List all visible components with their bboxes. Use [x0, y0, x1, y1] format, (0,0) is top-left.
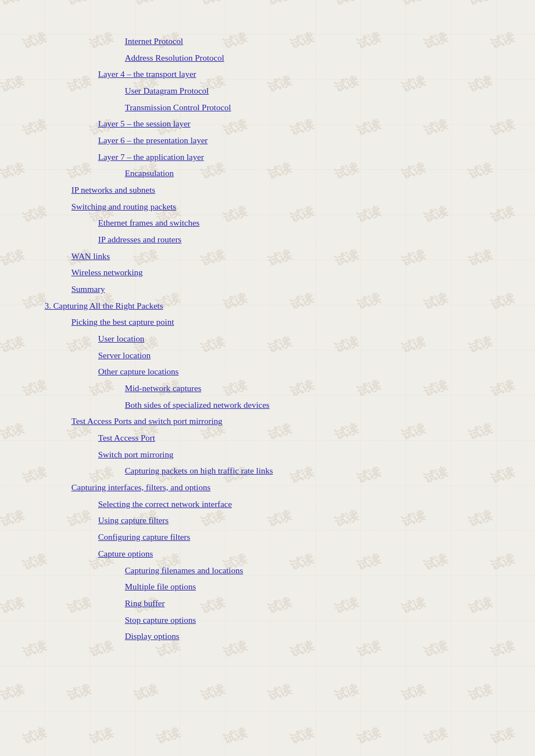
- watermark-tile: 试读: [421, 724, 450, 748]
- toc-link-layer4-transport[interactable]: Layer 4 – the transport layer: [98, 66, 490, 82]
- toc-link-test-access-ports-mirroring[interactable]: Test Access Ports and switch port mirror…: [71, 413, 490, 430]
- toc-link-layer6-presentation[interactable]: Layer 6 – the presentation layer: [98, 133, 490, 149]
- toc-line: Selecting the correct network interface: [45, 496, 490, 513]
- toc-line: Encapsulation: [45, 165, 490, 182]
- toc-line: Picking the best capture point: [45, 314, 490, 330]
- toc-line: Other capture locations: [45, 364, 490, 380]
- toc-line: Summary: [45, 281, 490, 297]
- toc-link-mid-network-captures[interactable]: Mid-network captures: [125, 381, 490, 397]
- toc-line: Layer 5 – the session layer: [45, 116, 490, 132]
- toc-line: IP networks and subnets: [45, 182, 490, 198]
- toc-line: Address Resolution Protocol: [45, 50, 490, 66]
- toc-link-wireless-networking[interactable]: Wireless networking: [71, 265, 490, 281]
- toc-line: Layer 7 – the application layer: [45, 149, 490, 165]
- toc-link-display-options[interactable]: Display options: [125, 628, 490, 645]
- toc-line: Mid-network captures: [45, 381, 490, 397]
- toc-link-using-capture-filters[interactable]: Using capture filters: [98, 513, 490, 529]
- toc-link-capturing-high-traffic[interactable]: Capturing packets on high traffic rate l…: [125, 463, 490, 479]
- toc-line: WAN links: [45, 248, 490, 265]
- toc-line: Using capture filters: [45, 513, 490, 529]
- toc-line: Layer 6 – the presentation layer: [45, 133, 490, 149]
- watermark-tile: 试读: [265, 680, 294, 704]
- toc-link-capture-options[interactable]: Capture options: [98, 546, 490, 562]
- toc-link-capturing-interfaces-filters[interactable]: Capturing interfaces, filters, and optio…: [71, 480, 490, 496]
- toc-line: Switching and routing packets: [45, 199, 490, 215]
- toc-link-server-location[interactable]: Server location: [98, 348, 490, 364]
- toc-line: Configuring capture filters: [45, 529, 490, 545]
- toc-link-picking-capture-point[interactable]: Picking the best capture point: [71, 314, 490, 330]
- toc-line: Wireless networking: [45, 265, 490, 281]
- watermark-tile: 试读: [399, 680, 428, 704]
- toc-line: Capturing filenames and locations: [45, 563, 490, 579]
- watermark-tile: 试读: [466, 680, 495, 704]
- toc-line: User location: [45, 331, 490, 347]
- toc-link-capturing-filenames-locations[interactable]: Capturing filenames and locations: [125, 563, 490, 579]
- toc-link-switch-port-mirroring[interactable]: Switch port mirroring: [98, 447, 490, 463]
- toc-link-other-capture-locations[interactable]: Other capture locations: [98, 364, 490, 380]
- watermark-tile: 试读: [154, 724, 183, 748]
- toc-line: User Datagram Protocol: [45, 83, 490, 99]
- toc-link-multiple-file-options[interactable]: Multiple file options: [125, 579, 490, 595]
- toc-link-internet-protocol[interactable]: Internet Protocol: [125, 33, 490, 50]
- toc-link-both-sides-specialized[interactable]: Both sides of specialized network device…: [125, 397, 490, 413]
- toc-line: Ethernet frames and switches: [45, 215, 490, 231]
- toc-link-transmission-control-protocol[interactable]: Transmission Control Protocol: [125, 100, 490, 116]
- toc-link-ip-networks-subnets[interactable]: IP networks and subnets: [71, 182, 490, 198]
- toc-line: Capturing packets on high traffic rate l…: [45, 463, 490, 479]
- toc-link-test-access-port[interactable]: Test Access Port: [98, 430, 490, 446]
- watermark-tile: 试读: [354, 724, 383, 748]
- toc-line: Stop capture options: [45, 612, 490, 628]
- toc-link-ip-addresses-routers[interactable]: IP addresses and routers: [98, 232, 490, 248]
- toc-line: Test Access Ports and switch port mirror…: [45, 413, 490, 430]
- toc-line: Capture options: [45, 546, 490, 562]
- toc-link-ring-buffer[interactable]: Ring buffer: [125, 596, 490, 612]
- toc-line: 3. Capturing All the Right Packets: [45, 298, 490, 314]
- watermark-tile: 试读: [65, 680, 94, 704]
- toc-container: Internet ProtocolAddress Resolution Prot…: [0, 0, 535, 679]
- toc-line: Display options: [45, 628, 490, 645]
- toc-link-user-location[interactable]: User location: [98, 331, 490, 347]
- toc-link-ethernet-frames-switches[interactable]: Ethernet frames and switches: [98, 215, 490, 231]
- watermark-tile: 试读: [0, 680, 27, 704]
- toc-line: Ring buffer: [45, 596, 490, 612]
- watermark-tile: 试读: [288, 724, 317, 748]
- toc-line: Transmission Control Protocol: [45, 100, 490, 116]
- toc-link-layer7-application[interactable]: Layer 7 – the application layer: [98, 149, 490, 165]
- watermark-tile: 试读: [221, 724, 250, 748]
- toc-line: Server location: [45, 348, 490, 364]
- watermark-tile: 试读: [87, 724, 116, 748]
- toc-link-layer5-session[interactable]: Layer 5 – the session layer: [98, 116, 490, 132]
- toc-link-switching-routing-packets[interactable]: Switching and routing packets: [71, 199, 490, 215]
- toc-link-stop-capture-options[interactable]: Stop capture options: [125, 612, 490, 628]
- watermark-tile: 试读: [198, 680, 227, 704]
- watermark-tile: 试读: [132, 680, 160, 704]
- watermark-tile: 试读: [332, 680, 361, 704]
- toc-link-chapter3[interactable]: 3. Capturing All the Right Packets: [45, 298, 490, 314]
- toc-line: IP addresses and routers: [45, 232, 490, 248]
- watermark-tile: 试读: [488, 724, 517, 748]
- toc-link-encapsulation[interactable]: Encapsulation: [125, 165, 490, 182]
- toc-link-selecting-network-interface[interactable]: Selecting the correct network interface: [98, 496, 490, 513]
- toc-line: Internet Protocol: [45, 33, 490, 50]
- toc-link-wan-links[interactable]: WAN links: [71, 248, 490, 265]
- toc-link-user-datagram-protocol[interactable]: User Datagram Protocol: [125, 83, 490, 99]
- toc-line: Multiple file options: [45, 579, 490, 595]
- watermark-tile: 试读: [20, 724, 49, 748]
- toc-line: Both sides of specialized network device…: [45, 397, 490, 413]
- toc-line: Test Access Port: [45, 430, 490, 446]
- toc-line: Capturing interfaces, filters, and optio…: [45, 480, 490, 496]
- toc-line: Layer 4 – the transport layer: [45, 66, 490, 82]
- toc-link-address-resolution-protocol[interactable]: Address Resolution Protocol: [125, 50, 490, 66]
- toc-line: Switch port mirroring: [45, 447, 490, 463]
- toc-link-summary[interactable]: Summary: [71, 281, 490, 297]
- toc-link-configuring-capture-filters[interactable]: Configuring capture filters: [98, 529, 490, 545]
